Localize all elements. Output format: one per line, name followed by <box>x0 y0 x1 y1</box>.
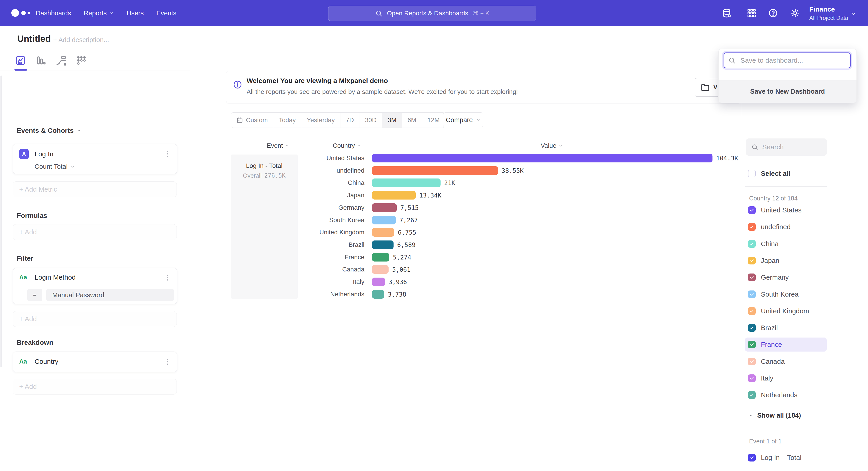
range-option-12m[interactable]: 12M <box>422 113 445 127</box>
select-all-label[interactable]: Select all <box>761 170 790 178</box>
global-search-input[interactable]: Open Reports & Dashboards ⌘ + K <box>328 6 536 21</box>
save-to-new-dashboard-button[interactable]: Save to New Dashboard <box>719 80 857 103</box>
tab-retention[interactable] <box>76 55 87 66</box>
save-to-dashboard-input[interactable]: Save to dashboard... <box>723 53 850 68</box>
country-checkbox-label[interactable]: China <box>761 240 778 248</box>
mixpanel-logo-icon[interactable] <box>11 9 38 17</box>
range-option-yesterday[interactable]: Yesterday <box>301 113 340 127</box>
chart-bar-undefined[interactable] <box>372 166 498 175</box>
country-checkbox-label[interactable]: Canada <box>761 357 784 365</box>
range-option-6m[interactable]: 6M <box>402 113 422 127</box>
country-checkbox-label[interactable]: France <box>761 341 782 349</box>
country-checkbox-label[interactable]: undefined <box>761 223 791 231</box>
country-checkbox-netherlands[interactable] <box>748 391 756 399</box>
country-checkbox-italy[interactable] <box>748 374 756 382</box>
save-input-placeholder: Save to dashboard... <box>741 57 803 64</box>
add-metric-button[interactable]: + Add Metric <box>13 181 177 197</box>
metric-event-name[interactable]: Log In <box>35 150 53 158</box>
data-management-icon[interactable] <box>722 8 732 18</box>
filter-card[interactable]: Aa Login Method = Manual Password <box>13 268 177 304</box>
nav-item-users[interactable]: Users <box>127 9 144 17</box>
country-checkbox-label[interactable]: South Korea <box>761 290 799 298</box>
country-checkbox-south-korea[interactable] <box>748 291 756 298</box>
country-checkbox-label[interactable]: Japan <box>761 257 779 265</box>
event-checkbox-label[interactable]: Log In – Total <box>761 453 802 462</box>
country-checkbox-germany[interactable] <box>748 273 756 281</box>
country-checkbox-brazil[interactable] <box>748 324 756 332</box>
metric-card[interactable]: A Log In Count Total <box>13 144 177 174</box>
range-option-7d[interactable]: 7D <box>340 113 360 127</box>
report-title[interactable]: Untitled <box>17 34 51 44</box>
add-filter-button[interactable]: + Add <box>13 311 177 327</box>
range-option-custom[interactable]: Custom <box>231 113 273 127</box>
nav-item-dashboards[interactable]: Dashboards <box>36 9 71 17</box>
tab-flows[interactable] <box>56 55 67 66</box>
sidebar-scrollbar[interactable] <box>0 76 2 367</box>
show-all-toggle[interactable]: Show all (184) <box>749 412 801 419</box>
legend-search-input[interactable]: Search <box>746 139 827 156</box>
breakdown-property-name[interactable]: Country <box>35 358 58 365</box>
column-header-value[interactable]: Value <box>541 142 563 149</box>
chart-bar-france[interactable] <box>372 253 389 262</box>
country-checkbox-france[interactable] <box>748 341 756 348</box>
country-checkbox-japan[interactable] <box>748 257 756 264</box>
breakdown-card[interactable]: Aa Country <box>13 352 177 372</box>
nav-item-reports[interactable]: Reports <box>84 9 114 17</box>
project-switcher[interactable]: Finance All Project Data <box>809 5 848 21</box>
events-cohorts-heading[interactable]: Events & Cohorts <box>17 127 81 135</box>
chart-bar-japan[interactable] <box>372 191 416 200</box>
column-header-country[interactable]: Country <box>333 142 361 149</box>
country-checkbox-label[interactable]: United States <box>761 206 802 214</box>
chart-bar-united-kingdom[interactable] <box>372 228 394 237</box>
legend-panel <box>742 51 868 471</box>
help-icon[interactable] <box>768 8 778 18</box>
column-header-event[interactable]: Event <box>267 142 289 149</box>
report-description-placeholder[interactable]: + Add description... <box>53 36 109 44</box>
event-checkbox[interactable] <box>748 454 756 462</box>
country-checkbox-label[interactable]: Brazil <box>761 324 778 332</box>
range-option-30d[interactable]: 30D <box>360 113 382 127</box>
chart-bar-canada[interactable] <box>372 265 389 274</box>
highlighted-row[interactable] <box>745 337 827 352</box>
country-checkbox-china[interactable] <box>748 240 756 248</box>
event-total-block[interactable]: Log In - Total Overall276.5K <box>231 154 298 299</box>
range-label: Custom <box>246 117 268 124</box>
breakdown-kebab-menu-icon[interactable] <box>163 358 172 366</box>
range-option-today[interactable]: Today <box>273 113 301 127</box>
country-checkbox-united-kingdom[interactable] <box>748 307 756 315</box>
chart-bar-germany[interactable] <box>372 203 397 212</box>
country-checkbox-undefined[interactable] <box>748 223 756 231</box>
apps-grid-icon[interactable] <box>747 8 756 18</box>
metric-kebab-menu-icon[interactable] <box>163 150 172 158</box>
chart-bar-italy[interactable] <box>372 277 385 286</box>
add-formula-button[interactable]: + Add <box>13 224 177 240</box>
select-all-checkbox[interactable] <box>748 170 756 177</box>
chart-bar-netherlands[interactable] <box>372 290 384 299</box>
chart-bar-united-states[interactable] <box>372 154 712 163</box>
compare-button[interactable]: Compare <box>443 112 483 127</box>
range-option-3m[interactable]: 3M <box>382 113 402 127</box>
country-checkbox-label[interactable]: United Kingdom <box>761 307 809 315</box>
chart-country-label: Canada <box>301 265 364 273</box>
country-checkbox-united-states[interactable] <box>748 206 756 214</box>
country-checkbox-canada[interactable] <box>748 358 756 365</box>
settings-gear-icon[interactable] <box>790 8 800 18</box>
country-checkbox-label[interactable]: Netherlands <box>761 391 798 399</box>
nav-item-events[interactable]: Events <box>156 9 177 17</box>
chart-bar-brazil[interactable] <box>372 240 394 249</box>
metric-aggregation-dropdown[interactable]: Count Total <box>35 163 75 170</box>
chart-country-label: Italy <box>301 278 364 286</box>
metric-series-badge: A <box>19 149 29 159</box>
tab-funnels[interactable] <box>35 55 46 66</box>
add-breakdown-button[interactable]: + Add <box>13 379 177 394</box>
country-checkbox-label[interactable]: Germany <box>761 273 789 282</box>
project-chevron-down-icon[interactable] <box>850 10 857 18</box>
tab-insights[interactable] <box>15 55 26 66</box>
filter-property-name[interactable]: Login Method <box>35 273 76 281</box>
filter-value-input[interactable]: Manual Password <box>46 289 174 301</box>
chart-bar-china[interactable] <box>372 178 440 187</box>
chart-bar-south-korea[interactable] <box>372 216 396 225</box>
filter-operator-chip[interactable]: = <box>27 289 42 301</box>
filter-kebab-menu-icon[interactable] <box>163 273 172 282</box>
country-checkbox-label[interactable]: Italy <box>761 374 773 382</box>
